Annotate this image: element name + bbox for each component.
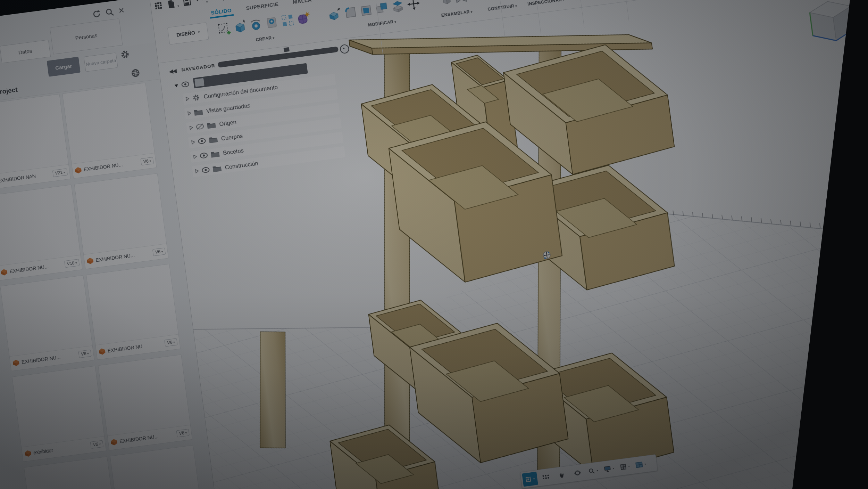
group-label-crear[interactable]: CREAR▾ [256, 35, 275, 42]
eye-icon[interactable] [201, 167, 210, 173]
fusion-file-cube-icon [86, 257, 94, 265]
file-card[interactable]: EXHIBIDOR NUV6▾ [86, 264, 181, 360]
ribbon-collapse-handle[interactable] [284, 47, 290, 52]
file-name: EXHIBIDOR NU... [9, 262, 63, 274]
navigator-slider-knob[interactable] [340, 44, 350, 54]
file-thumbnail [0, 185, 80, 266]
close-icon[interactable]: ✕ [118, 6, 125, 16]
file-menu-button[interactable]: ▾ [167, 0, 180, 9]
tab-solido[interactable]: SÓLIDO [210, 7, 232, 19]
file-name: EXHIBIDOR NU... [119, 431, 175, 444]
create-sketch-icon [216, 21, 232, 36]
file-thumbnail [75, 173, 167, 255]
eye-off-icon[interactable] [195, 123, 205, 130]
move-icon [406, 0, 422, 11]
fusion-file-cube-icon [74, 166, 82, 174]
save-icon[interactable] [182, 0, 192, 7]
expand-caret-icon[interactable] [194, 169, 199, 173]
file-thumbnail [98, 355, 190, 436]
version-dropdown[interactable]: V5▾ [90, 440, 103, 449]
expand-caret-icon[interactable] [191, 140, 195, 145]
expand-caret-icon[interactable] [187, 111, 191, 115]
group-label-construir[interactable]: CONSTRUIR▾ [487, 3, 517, 12]
version-dropdown[interactable]: V6▾ [165, 338, 178, 347]
split-body-button[interactable] [389, 0, 407, 16]
file-card[interactable]: EXHIBIDOR NU...V6▾ [62, 83, 157, 179]
group-label-inspeccionar[interactable]: INSPECCIONAR▾ [527, 0, 565, 7]
collapse-panel-icon[interactable]: ◀◀ [168, 67, 176, 75]
app-grid-icon[interactable] [153, 1, 164, 11]
fusion-window: ▾ ▾ ▾ [0, 0, 868, 489]
version-dropdown[interactable]: V10▾ [64, 259, 80, 268]
folder-icon [212, 164, 222, 173]
design-menu-button[interactable]: DISEÑO▾ [167, 22, 209, 44]
display-settings-button[interactable]: ▾ [601, 461, 617, 476]
group-label-modificar[interactable]: MODIFICAR▾ [368, 19, 396, 27]
version-dropdown[interactable]: V6▾ [141, 157, 154, 165]
shell-button[interactable] [357, 0, 375, 21]
keyboard-shortcuts-button[interactable] [538, 470, 554, 484]
file-card[interactable]: EXHIBIDOR NANV21▾ [0, 94, 71, 190]
orbit-button[interactable] [569, 465, 586, 480]
gear-icon[interactable] [119, 49, 130, 60]
refresh-icon[interactable] [92, 9, 102, 19]
group-label-ensamblar[interactable]: ENSAMBLAR▾ [441, 9, 473, 18]
redo-icon [211, 0, 221, 3]
file-thumbnail [86, 264, 178, 345]
press-pull-button[interactable] [326, 4, 343, 24]
grid-snaps-button[interactable]: ▾ [617, 459, 633, 474]
joint-button[interactable] [452, 0, 470, 8]
redo-button[interactable]: ▾ [211, 0, 224, 3]
search-icon[interactable] [105, 7, 115, 17]
construction-plane-button[interactable] [484, 0, 502, 4]
file-card[interactable]: EXHIBIDOR NU...V6▾ [98, 354, 192, 450]
file-thumbnail [0, 276, 92, 357]
expand-caret-icon[interactable] [185, 97, 190, 101]
eye-icon[interactable] [199, 152, 208, 159]
fillet-button[interactable] [341, 2, 359, 22]
file-card[interactable]: exhibidorV5▾ [12, 366, 106, 462]
file-name: EXHIBIDOR NU... [83, 160, 139, 172]
file-thumbnail [0, 94, 68, 176]
globe-icon[interactable] [130, 67, 141, 78]
pattern-button[interactable] [279, 10, 297, 31]
version-dropdown[interactable]: V21▾ [52, 168, 68, 177]
fusion-file-cube-icon [24, 450, 32, 457]
hole-button[interactable] [263, 12, 281, 33]
file-name: EXHIBIDOR NAN [0, 171, 51, 184]
move-button[interactable] [405, 0, 423, 14]
version-dropdown[interactable]: V6▾ [152, 247, 166, 256]
file-card[interactable]: EXHIBIDOR NU...V10▾ [0, 185, 83, 280]
version-dropdown[interactable]: V6▾ [176, 429, 190, 437]
new-folder-button[interactable]: Nueva carpeta [84, 52, 118, 72]
create-sketch-button[interactable] [216, 18, 233, 39]
construction-plane-icon [485, 0, 501, 1]
undo-button[interactable]: ▾ [195, 0, 208, 5]
tab-malla[interactable]: MALLA [292, 0, 312, 8]
zoom-button[interactable]: ▾ [585, 463, 602, 478]
create-form-button[interactable] [295, 8, 312, 28]
eye-icon[interactable] [198, 138, 207, 144]
eye-icon[interactable] [181, 81, 190, 88]
pan-button[interactable] [553, 467, 570, 482]
tab-superficie[interactable]: SUPERFICIE [245, 1, 279, 14]
file-thumbnail [12, 366, 104, 448]
tab-chapa[interactable]: CHAPA [326, 0, 345, 3]
expand-caret-icon[interactable] [174, 83, 178, 88]
expand-caret-icon[interactable] [189, 125, 193, 130]
revolve-button[interactable] [247, 14, 265, 35]
new-component-button[interactable] [436, 0, 454, 10]
viewports-button[interactable]: ▾ [633, 457, 649, 472]
file-thumbnail [24, 457, 116, 489]
active-view-tool-button[interactable]: ▾ [522, 472, 538, 487]
create-form-icon [295, 10, 311, 26]
file-card[interactable] [24, 456, 118, 489]
extrude-button[interactable] [231, 16, 249, 37]
expand-caret-icon[interactable] [192, 154, 197, 159]
file-card[interactable] [110, 445, 205, 489]
file-card[interactable]: EXHIBIDOR NU...V6▾ [74, 173, 169, 269]
upload-button[interactable]: Cargar [47, 57, 81, 77]
version-dropdown[interactable]: V6▾ [78, 350, 92, 358]
file-name: exhibidor [33, 443, 89, 456]
file-card[interactable]: EXHIBIDOR NU...V6▾ [0, 275, 94, 371]
